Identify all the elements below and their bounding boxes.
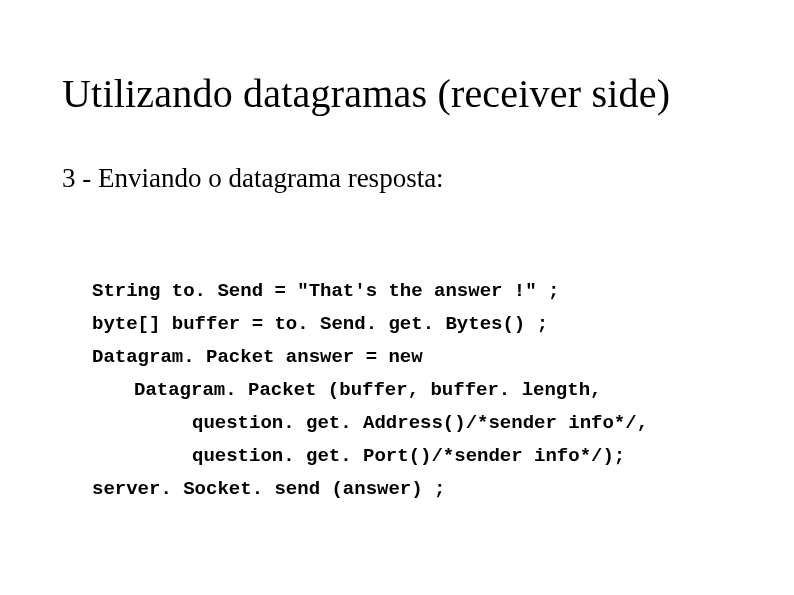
code-line: server. Socket. send (answer) ; bbox=[92, 478, 445, 500]
code-line: String to. Send = "That's the answer !" … bbox=[92, 280, 559, 302]
code-line: question. get. Port()/*sender info*/); bbox=[92, 445, 625, 467]
code-block: String to. Send = "That's the answer !" … bbox=[92, 242, 648, 506]
code-line: Datagram. Packet answer = new bbox=[92, 346, 423, 368]
slide-title: Utilizando datagramas (receiver side) bbox=[62, 70, 670, 117]
code-line: question. get. Address()/*sender info*/, bbox=[92, 412, 648, 434]
code-line: byte[] buffer = to. Send. get. Bytes() ; bbox=[92, 313, 548, 335]
code-line: Datagram. Packet (buffer, buffer. length… bbox=[92, 379, 601, 401]
slide: Utilizando datagramas (receiver side) 3 … bbox=[0, 0, 794, 595]
slide-subtitle: 3 - Enviando o datagrama resposta: bbox=[62, 163, 444, 194]
